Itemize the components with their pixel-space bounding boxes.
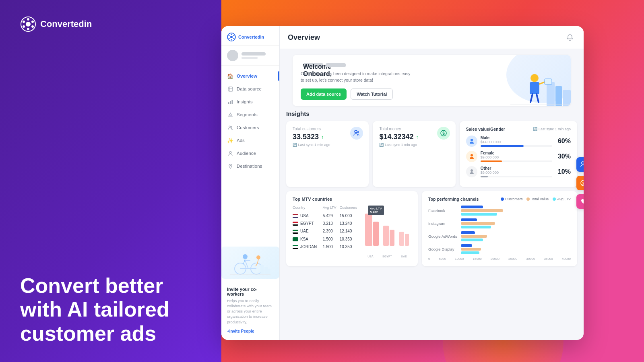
sidebar-illustration xyxy=(221,247,279,279)
channel-row-facebook: Facebook xyxy=(428,206,571,216)
sidebar-overview-label: Overview xyxy=(237,74,257,78)
welcome-actions: Add data source Watch Tutorial xyxy=(301,88,413,100)
top-mtv-title: Top MTV countries xyxy=(293,197,411,202)
other-label: Other xyxy=(481,166,552,171)
total-customers-card: Total customers 33.5323 ↑ 🔄 Last sync 1 … xyxy=(286,121,369,187)
male-info: Male $14.000.000 xyxy=(481,136,552,147)
col-country: Country xyxy=(293,206,323,212)
svg-rect-40 xyxy=(267,269,270,274)
brand-name: Convertedin xyxy=(40,19,92,29)
customers-sync: 🔄 Last sync 1 min ago xyxy=(293,143,362,147)
insights-section-title: Insights xyxy=(286,110,577,117)
channels-title: Top performing channels xyxy=(428,197,479,202)
welcome-description: Our platform has been designed to make i… xyxy=(301,71,413,84)
gender-item-male: Male $14.000.000 60% xyxy=(466,136,571,147)
svg-point-15 xyxy=(229,35,230,36)
female-info: Female $9.000.000 xyxy=(481,151,552,162)
table-row: USA 5.429 15.000 xyxy=(293,212,361,220)
sidebar: Convertedin 🏠 Overview Data source xyxy=(221,26,280,340)
svg-point-6 xyxy=(23,25,25,28)
watch-tutorial-button[interactable]: Watch Tutorial xyxy=(351,88,393,100)
sidebar-customers-label: Customers xyxy=(237,125,259,130)
svg-point-56 xyxy=(471,139,473,141)
channels-card: Top performing channels Customers Total … xyxy=(422,191,577,266)
svg-rect-59 xyxy=(365,214,372,246)
sidebar-invite: Invite your co-workers Helps you to easi… xyxy=(221,283,279,340)
sidebar-item-data-source[interactable]: Data source xyxy=(221,82,279,95)
svg-point-23 xyxy=(229,126,231,128)
content-scroll: Welcome Onboard, Our platform has been d… xyxy=(280,49,584,340)
insights-icon xyxy=(227,99,233,105)
table-row: KSA 1.500 10.350 xyxy=(293,235,361,243)
table-row: JORDAN 1.500 10.350 xyxy=(293,243,361,251)
invite-link[interactable]: +Invite People xyxy=(227,329,254,333)
brand-logo: Convertedin xyxy=(20,16,205,32)
float-money-icon[interactable]: $ xyxy=(576,176,584,190)
user-name-blur xyxy=(242,52,266,56)
ads-icon: ✨ xyxy=(227,137,233,144)
avg-ltv-tooltip: Avg LTV 5.432 xyxy=(368,206,384,215)
channel-display-bars xyxy=(461,244,571,254)
sidebar-item-destinations[interactable]: Destinations xyxy=(221,160,279,173)
sidebar-item-ads[interactable]: ✨ Ads xyxy=(221,134,279,147)
svg-rect-41 xyxy=(547,82,555,106)
sidebar-datasource-label: Data source xyxy=(237,86,262,91)
country-table: Country Avg LTV Customers USA 5.429 xyxy=(293,206,361,251)
sidebar-header: Convertedin xyxy=(221,26,279,46)
float-customers-icon[interactable] xyxy=(576,157,584,172)
gender-header: Sales value/Gender 🔄 Last sync 1 min ago xyxy=(466,127,571,132)
svg-line-49 xyxy=(537,94,539,102)
svg-point-32 xyxy=(243,254,248,259)
svg-rect-64 xyxy=(405,234,409,246)
svg-point-52 xyxy=(355,130,357,133)
app-window: Convertedin 🏠 Overview Data source xyxy=(221,26,584,340)
sidebar-ads-label: Ads xyxy=(237,138,245,143)
male-label: Male xyxy=(481,136,552,140)
gender-sync: 🔄 Last sync 1 min ago xyxy=(533,127,571,131)
sidebar-item-insights[interactable]: Insights xyxy=(221,95,279,108)
svg-text:$: $ xyxy=(442,131,445,136)
sidebar-item-segments[interactable]: Segments xyxy=(221,108,279,121)
svg-point-7 xyxy=(23,21,25,23)
sidebar-nav: 🏠 Overview Data source Insights Segmen xyxy=(221,66,279,247)
svg-point-44 xyxy=(530,74,539,82)
channels-legend: Customers Total Value Avg LTV xyxy=(501,197,571,201)
customers-trend: ↑ xyxy=(321,134,324,140)
svg-point-65 xyxy=(582,162,584,164)
svg-point-26 xyxy=(230,165,231,166)
main-content: Overview Welcome Onboard, Our platform h… xyxy=(280,26,584,340)
svg-point-12 xyxy=(233,38,235,39)
male-value: $14.000.000 xyxy=(481,140,552,144)
svg-point-58 xyxy=(471,169,473,172)
gender-item-female: Female $9.000.000 30% xyxy=(466,151,571,162)
svg-point-1 xyxy=(26,22,31,27)
sidebar-logo-text: Convertedin xyxy=(238,35,264,39)
svg-point-14 xyxy=(229,38,230,39)
sidebar-insights-label: Insights xyxy=(237,99,253,104)
sidebar-item-audience[interactable]: Audience xyxy=(221,147,279,160)
channel-facebook-bars xyxy=(461,206,571,216)
col-customers: Customers xyxy=(340,206,361,212)
svg-rect-19 xyxy=(228,102,229,104)
notification-bell[interactable] xyxy=(564,32,576,43)
right-float-icons: $ xyxy=(576,157,584,209)
table-row: EGYPT 3.213 13.240 xyxy=(293,220,361,227)
money-icon-badge: $ xyxy=(437,127,450,140)
float-heart-icon[interactable] xyxy=(576,194,584,209)
other-pct: 10% xyxy=(555,168,571,175)
female-pct: 30% xyxy=(555,153,571,160)
welcome-banner: Welcome Onboard, Our platform has been d… xyxy=(293,55,571,106)
sidebar-item-overview[interactable]: 🏠 Overview xyxy=(221,70,279,82)
sidebar-item-customers[interactable]: Customers xyxy=(221,121,279,134)
banner-decoration xyxy=(506,55,571,106)
gender-card: Sales value/Gender 🔄 Last sync 1 min ago… xyxy=(460,121,577,187)
svg-line-48 xyxy=(530,94,533,102)
charts-row: Top MTV countries Country Avg LTV Custom… xyxy=(286,191,577,266)
add-data-source-button[interactable]: Add data source xyxy=(301,88,347,100)
svg-rect-45 xyxy=(530,82,539,94)
channels-header: Top performing channels Customers Total … xyxy=(428,197,571,202)
svg-point-5 xyxy=(27,28,29,30)
customers-icon xyxy=(227,124,233,131)
channel-row-instagram: Instagram xyxy=(428,218,571,228)
total-money-card: Total money $14.32342 ↑ 🔄 Last sync 1 mi… xyxy=(373,121,455,187)
